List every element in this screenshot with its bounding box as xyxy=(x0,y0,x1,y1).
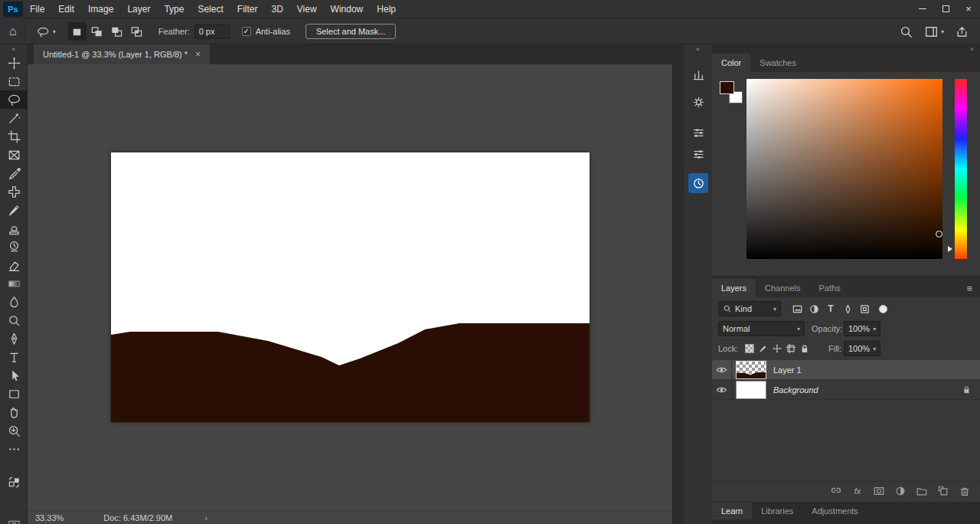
subtract-from-selection-button[interactable] xyxy=(108,22,126,41)
visibility-toggle[interactable] xyxy=(712,360,732,380)
object-selection-tool[interactable] xyxy=(0,109,28,127)
layer-effects-button[interactable]: fx xyxy=(850,483,865,499)
pen-tool[interactable] xyxy=(0,329,28,348)
menu-edit[interactable]: Edit xyxy=(51,0,81,18)
gradient-tool[interactable] xyxy=(0,274,28,293)
panel-icon-brush-settings[interactable] xyxy=(688,144,708,164)
frame-tool[interactable] xyxy=(0,146,28,164)
lock-paint-button[interactable] xyxy=(756,342,770,355)
color-fg-bg-swatches[interactable] xyxy=(720,81,744,106)
workspace-switcher[interactable]: ▾ xyxy=(924,25,944,39)
rectangle-tool[interactable] xyxy=(0,385,28,403)
zoom-level[interactable]: 33.33% xyxy=(35,513,64,522)
type-tool[interactable] xyxy=(0,348,28,366)
clone-stamp-tool[interactable] xyxy=(0,219,28,237)
canvas[interactable] xyxy=(111,152,590,422)
spot-healing-brush-tool[interactable] xyxy=(0,182,28,201)
saturation-brightness-field[interactable] xyxy=(746,79,942,259)
lasso-tool[interactable] xyxy=(0,90,28,109)
swap-colors-button[interactable] xyxy=(0,475,28,490)
checkbox-checked-icon[interactable]: ✓ xyxy=(242,27,251,36)
menu-view[interactable]: View xyxy=(290,0,324,18)
layer-row-layer-1[interactable]: Layer 1 xyxy=(712,360,980,380)
tab-learn[interactable]: Learn xyxy=(712,503,752,519)
tab-paths[interactable]: Paths xyxy=(810,279,850,297)
toolbar-expand-icon[interactable]: » xyxy=(0,44,27,54)
filter-pixel-layers-button[interactable] xyxy=(789,301,805,316)
status-chevron-icon[interactable]: › xyxy=(204,513,207,522)
new-layer-button[interactable] xyxy=(936,483,951,499)
fill-dropdown[interactable]: 100% ▾ xyxy=(844,341,880,356)
filter-shape-layers-button[interactable] xyxy=(839,301,856,316)
minimize-button[interactable] xyxy=(911,0,934,18)
color-field-cursor[interactable] xyxy=(936,231,942,237)
rectangular-marquee-tool[interactable] xyxy=(0,72,28,90)
move-tool[interactable] xyxy=(0,54,28,72)
select-and-mask-button[interactable]: Select and Mask... xyxy=(305,24,397,39)
antialias-checkbox-group[interactable]: ✓ Anti-alias xyxy=(242,27,290,36)
intersect-selection-button[interactable] xyxy=(128,22,146,41)
menu-select[interactable]: Select xyxy=(191,0,230,18)
eraser-tool[interactable] xyxy=(0,256,28,274)
dodge-tool[interactable] xyxy=(0,311,28,329)
menu-filter[interactable]: Filter xyxy=(230,0,265,18)
opacity-dropdown[interactable]: 100% ▾ xyxy=(844,321,880,336)
tab-color[interactable]: Color xyxy=(712,54,750,72)
menu-window[interactable]: Window xyxy=(324,0,371,18)
filter-kind-dropdown[interactable]: Kind ▾ xyxy=(718,301,781,316)
filter-toggle-switch[interactable] xyxy=(879,305,887,313)
tab-layers[interactable]: Layers xyxy=(712,279,756,297)
brush-tool[interactable] xyxy=(0,201,28,219)
menu-help[interactable]: Help xyxy=(370,0,403,18)
add-to-selection-button[interactable] xyxy=(88,22,106,41)
lock-transparency-button[interactable] xyxy=(743,342,756,355)
share-icon[interactable] xyxy=(955,25,969,39)
panels-collapse-icon[interactable]: « xyxy=(970,44,974,54)
tab-channels[interactable]: Channels xyxy=(756,279,809,297)
zoom-tool[interactable] xyxy=(0,421,28,440)
layers-panel-menu-icon[interactable]: ≡ xyxy=(959,279,980,297)
delete-layer-button[interactable] xyxy=(957,483,972,499)
menu-type[interactable]: Type xyxy=(157,0,191,18)
edit-toolbar-button[interactable] xyxy=(0,440,28,458)
filter-smart-objects-button[interactable] xyxy=(856,301,873,316)
tab-swatches[interactable]: Swatches xyxy=(750,54,805,72)
document-tab[interactable]: Untitled-1 @ 33.3% (Layer 1, RGB/8) * × xyxy=(34,44,210,64)
filter-adjustment-layers-button[interactable] xyxy=(805,301,822,316)
new-adjustment-layer-button[interactable] xyxy=(893,483,908,499)
panel-icon-active[interactable] xyxy=(688,173,708,193)
layer-name[interactable]: Layer 1 xyxy=(773,365,802,375)
home-icon[interactable]: ⌂ xyxy=(9,25,17,38)
hue-slider-marker[interactable] xyxy=(948,246,952,252)
panel-icon-info[interactable] xyxy=(688,64,708,84)
new-selection-button[interactable] xyxy=(68,22,87,41)
blur-tool[interactable] xyxy=(0,293,28,311)
menu-3d[interactable]: 3D xyxy=(264,0,289,18)
foreground-color-swatch[interactable] xyxy=(720,81,734,94)
blend-mode-dropdown[interactable]: Normal ▾ xyxy=(718,321,805,336)
layer-thumbnail[interactable] xyxy=(737,382,766,398)
lock-artboard-button[interactable] xyxy=(784,342,798,355)
restore-button[interactable] xyxy=(934,0,957,18)
search-icon[interactable] xyxy=(899,25,913,39)
menu-layer[interactable]: Layer xyxy=(120,0,157,18)
menu-image[interactable]: Image xyxy=(81,0,120,18)
panel-icon-color-grading[interactable] xyxy=(688,92,708,112)
add-layer-mask-button[interactable] xyxy=(871,483,887,499)
eyedropper-tool[interactable] xyxy=(0,164,28,182)
lock-all-button[interactable] xyxy=(798,342,812,355)
layer-row-background[interactable]: Background xyxy=(712,380,980,400)
rail-collapse-icon[interactable]: « xyxy=(684,44,712,54)
link-layers-button[interactable] xyxy=(828,483,844,499)
history-brush-tool[interactable] xyxy=(0,237,28,256)
layer-thumbnail[interactable] xyxy=(737,362,766,378)
hand-tool[interactable] xyxy=(0,403,28,421)
filter-type-layers-button[interactable]: T xyxy=(822,301,839,316)
layer-name[interactable]: Background xyxy=(773,385,818,395)
tab-libraries[interactable]: Libraries xyxy=(752,503,802,519)
close-button[interactable]: × xyxy=(957,0,980,18)
close-tab-icon[interactable]: × xyxy=(195,49,201,60)
quick-mask-button[interactable] xyxy=(0,518,28,524)
current-tool-preset[interactable]: ▾ xyxy=(33,23,59,41)
visibility-toggle[interactable] xyxy=(712,380,732,400)
